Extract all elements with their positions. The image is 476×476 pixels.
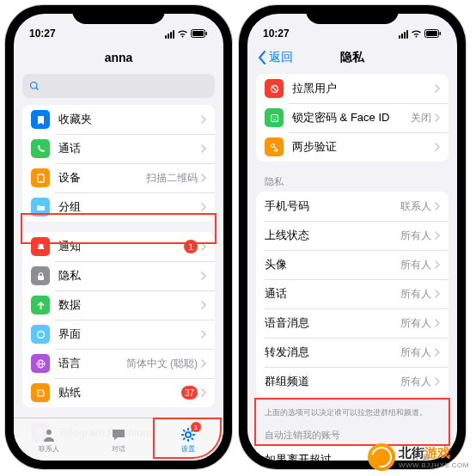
- status-time: 10:27: [29, 27, 56, 40]
- notch: [306, 5, 399, 24]
- data-icon: [31, 296, 50, 314]
- settings-row-通话[interactable]: 通话所有人: [256, 279, 449, 308]
- chevron-right-icon: [201, 330, 206, 339]
- row-value: 所有人: [400, 375, 431, 389]
- svg-rect-7: [38, 276, 44, 280]
- person-icon: [40, 426, 58, 443]
- svg-point-3: [31, 82, 38, 89]
- settings-group: 通知1隐私数据界面语言简体中文 (聪聪)贴纸37: [22, 232, 215, 407]
- settings-row-分组[interactable]: 分组: [22, 192, 215, 222]
- chevron-right-icon: [435, 84, 440, 93]
- row-label: 语音消息: [265, 315, 400, 331]
- chevron-right-icon: [435, 202, 440, 211]
- settings-group: 收藏夹通话设备扫描二维码分组: [22, 105, 215, 222]
- search-input[interactable]: [22, 74, 215, 98]
- settings-row-语音消息[interactable]: 语音消息所有人: [256, 308, 449, 338]
- phone-icon: [31, 139, 50, 158]
- row-value: 所有人: [400, 287, 431, 302]
- folder-icon: [31, 198, 50, 217]
- chevron-right-icon: [201, 301, 206, 309]
- bell-icon: [31, 237, 50, 256]
- bubble-icon: [110, 426, 127, 443]
- page-title: 隐私: [340, 50, 364, 65]
- svg-rect-2: [206, 32, 208, 35]
- settings-group: 拉黑用户锁定密码 & Face ID关闭两步验证: [256, 74, 449, 162]
- row-value: 所有人: [400, 316, 431, 331]
- settings-row-数据[interactable]: 数据: [22, 290, 215, 320]
- chevron-right-icon: [435, 260, 440, 269]
- chevron-right-icon: [435, 377, 440, 386]
- svg-line-22: [272, 86, 277, 91]
- row-value: 所有人: [400, 258, 431, 272]
- settings-row-手机号码[interactable]: 手机号码联系人: [256, 192, 449, 221]
- watermark-icon: [368, 443, 395, 471]
- svg-rect-20: [440, 32, 442, 35]
- settings-row-上线状态[interactable]: 上线状态所有人: [256, 221, 449, 250]
- row-label: 群组频道: [265, 374, 400, 389]
- row-label: 界面: [58, 326, 201, 342]
- svg-point-17: [186, 432, 191, 437]
- search-icon: [29, 81, 40, 91]
- notch: [72, 5, 165, 24]
- tab-设置[interactable]: 设置1: [154, 418, 223, 461]
- row-label: 上线状态: [265, 228, 400, 243]
- row-label: 拉黑用户: [292, 81, 435, 96]
- settings-row-头像[interactable]: 头像所有人: [256, 250, 449, 279]
- tab-bar: 联系人对话设置1: [14, 418, 223, 461]
- block-icon: [265, 79, 284, 98]
- row-label: 通话: [58, 141, 201, 156]
- settings-row-界面[interactable]: 界面: [22, 320, 215, 349]
- settings-group: 手机号码联系人上线状态所有人头像所有人通话所有人语音消息所有人转发消息所有人群组…: [256, 192, 449, 396]
- badge: 37: [181, 386, 198, 400]
- settings-row-通知[interactable]: 通知1: [22, 232, 215, 261]
- row-label: 头像: [265, 257, 400, 272]
- tab-对话[interactable]: 对话: [83, 418, 153, 461]
- row-label: 手机号码: [265, 198, 400, 214]
- settings-row-收藏夹[interactable]: 收藏夹: [22, 105, 215, 134]
- settings-row-语言[interactable]: 语言简体中文 (聪聪): [22, 349, 215, 378]
- settings-row-转发消息[interactable]: 转发消息所有人: [256, 338, 449, 367]
- wifi-icon: [177, 29, 188, 40]
- chevron-right-icon: [201, 115, 206, 124]
- chevron-right-icon: [201, 388, 206, 397]
- phone-right: 10:27 返回 隐私 拉黑用户锁定密码 & Face ID关闭两步验证隐私手机…: [239, 5, 466, 469]
- svg-rect-1: [192, 31, 204, 36]
- row-label: 分组: [58, 199, 201, 215]
- chevron-right-icon: [201, 359, 206, 368]
- chevron-right-icon: [201, 203, 206, 211]
- row-label: 隐私: [58, 268, 201, 284]
- battery-icon: [424, 29, 442, 40]
- section-header: 隐私: [247, 172, 457, 192]
- key-icon: [265, 137, 284, 156]
- svg-point-26: [271, 143, 274, 147]
- lock-icon: [31, 266, 50, 285]
- row-value: 扫描二维码: [146, 171, 198, 186]
- settings-row-设备[interactable]: 设备扫描二维码: [22, 163, 215, 192]
- tab-联系人[interactable]: 联系人: [14, 418, 83, 461]
- back-button[interactable]: 返回: [258, 50, 293, 65]
- section-header: 自动注销我的账号: [247, 425, 457, 445]
- settings-row-隐私[interactable]: 隐私: [22, 261, 215, 290]
- settings-row-通话[interactable]: 通话: [22, 134, 215, 163]
- settings-row-两步验证[interactable]: 两步验证: [256, 132, 449, 162]
- badge: 1: [184, 240, 198, 253]
- row-label: 贴纸: [58, 385, 181, 400]
- device-icon: [31, 168, 50, 187]
- svg-point-8: [37, 331, 44, 338]
- settings-row-群组频道[interactable]: 群组频道所有人: [256, 367, 449, 396]
- settings-row-贴纸[interactable]: 贴纸37: [22, 378, 215, 407]
- row-label: 通话: [265, 286, 400, 302]
- svg-point-13: [41, 392, 42, 393]
- chevron-right-icon: [435, 348, 440, 357]
- signal-icon: [165, 30, 174, 39]
- row-value: 所有人: [400, 345, 431, 360]
- settings-row-锁定密码 & Face ID[interactable]: 锁定密码 & Face ID关闭: [256, 103, 449, 132]
- wifi-icon: [411, 29, 422, 40]
- row-label: 收藏夹: [58, 112, 201, 127]
- svg-line-4: [36, 88, 38, 89]
- settings-row-拉黑用户[interactable]: 拉黑用户: [256, 74, 449, 103]
- status-time: 10:27: [263, 27, 290, 40]
- svg-point-12: [39, 392, 40, 393]
- tab-label: 联系人: [39, 444, 59, 454]
- chevron-right-icon: [435, 113, 440, 122]
